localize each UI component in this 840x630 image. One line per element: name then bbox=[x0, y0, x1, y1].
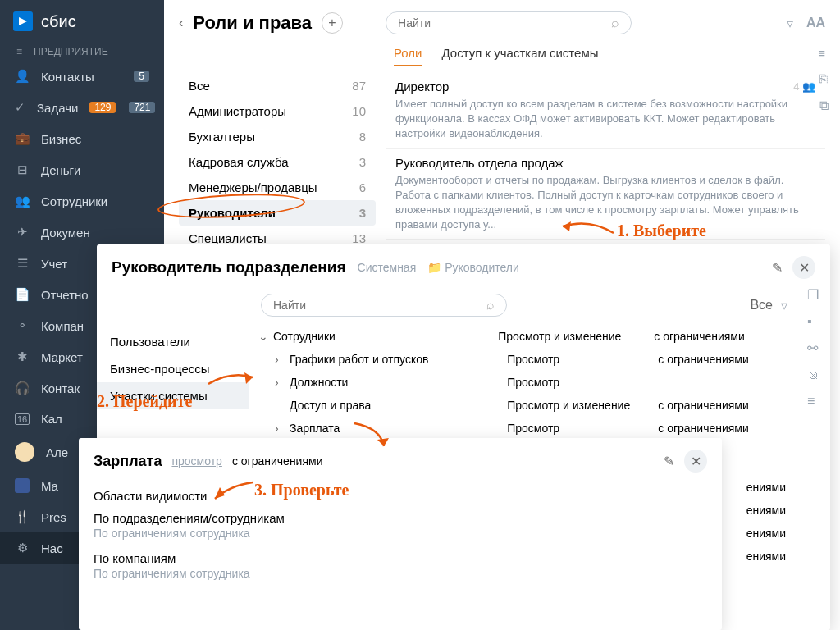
link-icon[interactable]: ⚯ bbox=[807, 340, 820, 356]
nav-item-2[interactable]: 💼Бизнес bbox=[0, 123, 164, 154]
role-panel: Директор4 👥Имеет полный доступ ко всем р… bbox=[386, 73, 825, 267]
logo-text: сбис bbox=[41, 12, 76, 31]
nav-item-4[interactable]: 👥Сотрудники bbox=[0, 185, 164, 217]
folder-item[interactable]: Бухгалтеры8 bbox=[179, 124, 376, 149]
expand-icon[interactable]: ⧉ bbox=[819, 98, 829, 113]
close-button[interactable]: ✕ bbox=[684, 450, 707, 472]
dialog-search-input[interactable]: ⌕ bbox=[261, 294, 507, 317]
dialog-title: Руководитель подразделения bbox=[112, 258, 346, 276]
logo[interactable]: сбис bbox=[0, 0, 164, 43]
close-button[interactable]: ✕ bbox=[792, 256, 815, 279]
search-icon: ⌕ bbox=[486, 298, 495, 313]
table-row[interactable]: ⌄СотрудникиПросмотр и изменениес огранич… bbox=[255, 325, 789, 348]
logo-icon bbox=[13, 11, 33, 31]
folder-item[interactable]: Менеджеры/продавцы6 bbox=[179, 175, 376, 200]
edit-icon[interactable]: ✎ bbox=[664, 454, 674, 469]
role-item[interactable]: Директор4 👥Имеет полный доступ ко всем р… bbox=[386, 73, 825, 149]
edit-icon[interactable]: ✎ bbox=[772, 260, 783, 276]
nav-item-0[interactable]: 👤Контакты5 bbox=[0, 61, 164, 92]
salary-dialog: Зарплата просмотр с ограничениями ✎ ✕ Об… bbox=[79, 438, 722, 630]
folder-item[interactable]: Руководители3 bbox=[179, 200, 376, 226]
settings-icon[interactable]: ≡ bbox=[807, 394, 820, 409]
nav-item-5[interactable]: ✈Докумен bbox=[0, 217, 164, 248]
company-label[interactable]: ≡ПРЕДПРИЯТИЕ bbox=[0, 43, 164, 61]
dialog2-title: Зарплата bbox=[94, 453, 162, 470]
page-title: Роли и права bbox=[193, 12, 312, 34]
filter-icon[interactable]: ▿ bbox=[787, 16, 793, 31]
back-chevron-icon[interactable]: ‹ bbox=[179, 16, 183, 30]
settings-icon[interactable]: ≡ bbox=[818, 46, 825, 66]
font-size-icon[interactable]: AA bbox=[806, 16, 825, 31]
folder-item[interactable]: Кадровая служба3 bbox=[179, 149, 376, 175]
dialog-nav-item[interactable]: Участки системы bbox=[97, 382, 249, 409]
nav-item-1[interactable]: ✓Задачи129721 bbox=[0, 92, 164, 123]
nav-item-3[interactable]: ⊟Деньги bbox=[0, 154, 164, 185]
table-row[interactable]: ›ЗарплатаПросмотрс ограничениями bbox=[255, 417, 789, 440]
table-row[interactable]: Доступ и праваПросмотр и изменениес огра… bbox=[255, 394, 789, 417]
folder-icon[interactable]: ▪ bbox=[807, 314, 820, 329]
table-row[interactable]: ›ДолжностиПросмотр bbox=[255, 371, 789, 394]
folder-icon: 📁 Руководители bbox=[427, 261, 519, 274]
header: ‹ Роли и права + ⌕ ▿ AA bbox=[164, 0, 840, 46]
dialog-nav-item[interactable]: Пользователи bbox=[97, 328, 249, 355]
folder-item[interactable]: Администраторы10 bbox=[179, 98, 376, 124]
folder-list: Все87Администраторы10Бухгалтеры8Кадровая… bbox=[179, 73, 376, 267]
visibility-setting[interactable]: По компаниямПо ограничениям сотрудника bbox=[94, 551, 707, 580]
role-item[interactable]: Руководитель отдела продажДокументооборо… bbox=[386, 149, 825, 240]
filter-icon[interactable]: ▿ bbox=[781, 298, 788, 313]
add-button[interactable]: + bbox=[322, 12, 343, 34]
new-folder-icon[interactable]: ⎘ bbox=[819, 72, 829, 87]
visibility-setting[interactable]: По подразделениям/сотрудникамПо ограниче… bbox=[94, 511, 707, 540]
search-input[interactable]: ⌕ bbox=[386, 11, 632, 34]
search-icon: ⌕ bbox=[611, 16, 619, 30]
stack-icon[interactable]: ❐ bbox=[807, 287, 820, 303]
eye-off-icon[interactable]: ⦻ bbox=[807, 368, 820, 382]
table-row[interactable]: ›Графики работ и отпусковПросмотрс огран… bbox=[255, 348, 789, 371]
tabs: Роли Доступ к участкам системы ≡ bbox=[164, 46, 840, 73]
tab-access[interactable]: Доступ к участкам системы bbox=[442, 46, 599, 66]
tab-roles[interactable]: Роли bbox=[394, 46, 422, 66]
filter-all[interactable]: Все bbox=[750, 298, 773, 313]
dialog-nav-item[interactable]: Бизнес-процессы bbox=[97, 355, 249, 382]
folder-item[interactable]: Все87 bbox=[179, 73, 376, 98]
